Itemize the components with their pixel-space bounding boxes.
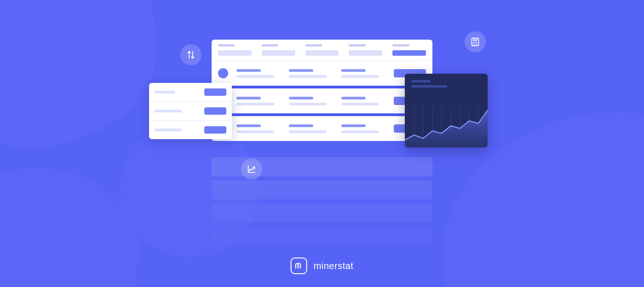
- ghost-row: [212, 180, 432, 199]
- placeholder-line: [155, 91, 175, 94]
- placeholder-button: [204, 107, 226, 115]
- placeholder-line: [341, 69, 366, 72]
- brand-name: minerstat: [314, 261, 354, 271]
- placeholder-line: [236, 97, 261, 100]
- table-row: [149, 101, 232, 120]
- cell: [289, 97, 333, 105]
- cell: [341, 124, 385, 133]
- placeholder-button: [204, 126, 226, 134]
- placeholder-line: [341, 75, 379, 78]
- placeholder-line: [236, 75, 274, 78]
- svg-point-13: [473, 43, 474, 44]
- placeholder-line: [341, 130, 379, 133]
- main-table-card: [212, 40, 432, 141]
- placeholder-line: [236, 69, 261, 72]
- table-row: [212, 113, 432, 141]
- table-row: [149, 120, 232, 139]
- table-row: [212, 61, 432, 86]
- calculator-icon: [465, 31, 486, 53]
- main-table-header: [212, 40, 432, 61]
- placeholder-line: [349, 44, 365, 47]
- svg-point-15: [476, 43, 477, 44]
- placeholder-line: [218, 44, 235, 47]
- svg-rect-9: [473, 40, 477, 41]
- table-row: [212, 86, 432, 113]
- placeholder-line: [289, 124, 313, 127]
- placeholder-line: [341, 124, 366, 127]
- placeholder-line: [236, 103, 274, 105]
- placeholder-line: [411, 85, 447, 88]
- cell: [341, 69, 385, 78]
- trend-chart-icon: [241, 158, 262, 180]
- sort-arrows-icon: [180, 44, 201, 65]
- placeholder-line: [289, 69, 313, 72]
- background-blob: [0, 0, 156, 147]
- placeholder-line: [236, 130, 274, 133]
- placeholder-line: [341, 103, 379, 105]
- placeholder-line: [392, 44, 409, 47]
- header-column: [349, 44, 382, 56]
- header-column: [218, 44, 252, 56]
- placeholder-line: [289, 75, 327, 78]
- placeholder-line: [289, 97, 313, 100]
- table-row: [149, 83, 232, 101]
- placeholder-line: [236, 124, 261, 127]
- svg-point-11: [475, 42, 476, 43]
- placeholder-line: [155, 129, 182, 131]
- background-blob: [0, 167, 138, 287]
- cell: [236, 97, 281, 105]
- cell: [289, 124, 333, 133]
- header-column: [262, 44, 295, 56]
- placeholder-line: [289, 103, 327, 105]
- avatar-icon: [218, 68, 228, 78]
- placeholder-line: [262, 44, 278, 47]
- placeholder-line: [349, 50, 382, 56]
- placeholder-line: [155, 110, 182, 112]
- placeholder-line: [411, 80, 431, 82]
- cell: [236, 124, 281, 133]
- placeholder-line: [305, 44, 322, 47]
- svg-point-10: [473, 42, 474, 43]
- main-table-body: [212, 61, 432, 141]
- placeholder-line: [218, 50, 252, 56]
- placeholder-line: [289, 130, 327, 133]
- ghost-row: [212, 203, 432, 223]
- svg-point-14: [475, 43, 476, 44]
- placeholder-line: [341, 97, 366, 100]
- cell: [341, 97, 385, 105]
- brand-footer: minerstat: [291, 258, 354, 274]
- illustration-stage: minerstat: [0, 0, 644, 287]
- area-chart-icon: [405, 97, 488, 147]
- cell: [236, 69, 281, 78]
- chart-panel: [405, 74, 488, 147]
- placeholder-line: [262, 50, 295, 56]
- chart-title-placeholder: [405, 80, 488, 88]
- placeholder-line: [305, 50, 339, 56]
- minerstat-logo-icon: [291, 258, 307, 274]
- side-table-card: [149, 83, 232, 139]
- placeholder-button: [204, 88, 226, 96]
- ghost-row: [212, 226, 432, 246]
- svg-point-12: [476, 42, 477, 43]
- header-column: [305, 44, 339, 56]
- placeholder-button: [392, 50, 426, 56]
- header-column: [392, 44, 426, 56]
- cell: [289, 69, 333, 78]
